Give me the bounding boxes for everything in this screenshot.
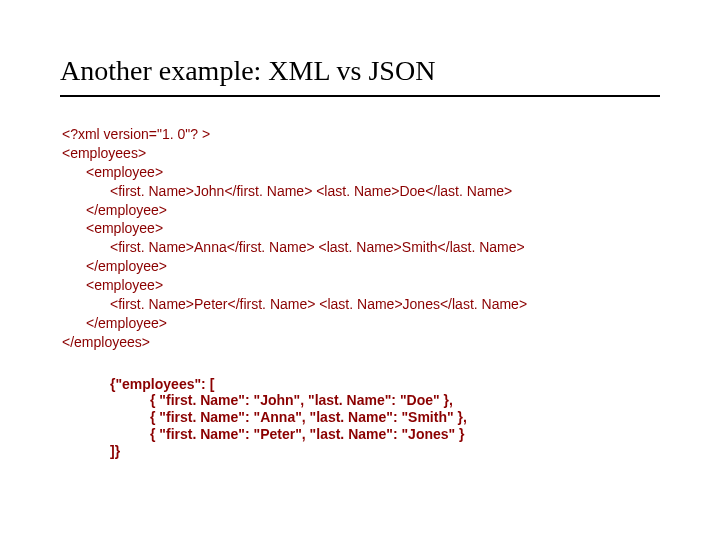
xml-line: </employees> [62, 333, 660, 352]
xml-line: <?xml version="1. 0"? > [62, 125, 660, 144]
json-line: ]} [110, 443, 660, 460]
json-line: { "first. Name": "John", "last. Name": "… [110, 392, 660, 409]
xml-line: </employee> [62, 314, 660, 333]
json-code-block: {"employees": [ { "first. Name": "John",… [110, 376, 660, 460]
xml-line: </employee> [62, 257, 660, 276]
xml-line: <employee> [62, 163, 660, 182]
xml-line: <employee> [62, 276, 660, 295]
xml-line: <first. Name>John</first. Name> <last. N… [62, 182, 660, 201]
xml-code-block: <?xml version="1. 0"? > <employees> <emp… [62, 125, 660, 352]
xml-line: <employees> [62, 144, 660, 163]
xml-line: <first. Name>Anna</first. Name> <last. N… [62, 238, 660, 257]
json-line: { "first. Name": "Anna", "last. Name": "… [110, 409, 660, 426]
xml-line: <first. Name>Peter</first. Name> <last. … [62, 295, 660, 314]
slide-title: Another example: XML vs JSON [60, 55, 660, 97]
xml-line: </employee> [62, 201, 660, 220]
json-line: {"employees": [ [110, 376, 660, 393]
xml-line: <employee> [62, 219, 660, 238]
json-line: { "first. Name": "Peter", "last. Name": … [110, 426, 660, 443]
